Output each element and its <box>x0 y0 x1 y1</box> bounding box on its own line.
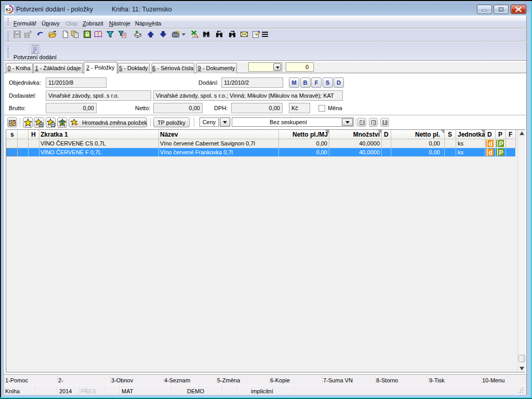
svg-text:K2: K2 <box>6 7 11 12</box>
svg-text:P: P <box>499 149 503 156</box>
svg-text:d: d <box>489 149 493 156</box>
svg-text:P: P <box>499 140 503 148</box>
svg-text:d: d <box>489 140 493 148</box>
